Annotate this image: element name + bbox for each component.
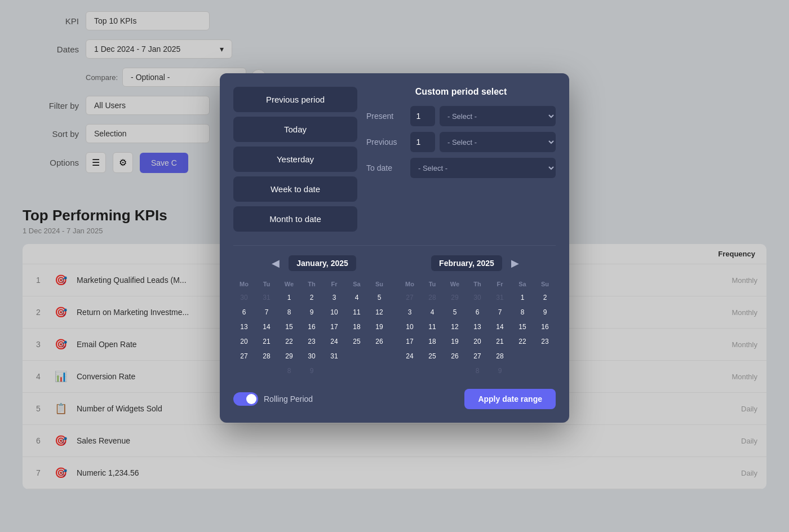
cal-day[interactable]: 9 xyxy=(534,305,556,319)
cal-day[interactable]: 8 xyxy=(512,305,533,319)
cal-day[interactable]: 20 xyxy=(233,335,255,348)
cal-day[interactable]: 6 xyxy=(233,305,255,319)
cal-day[interactable]: 25 xyxy=(346,335,367,348)
cal-day[interactable]: 23 xyxy=(301,335,322,348)
cal-day[interactable]: 14 xyxy=(489,320,511,334)
cal-day[interactable]: 21 xyxy=(489,335,511,348)
cal-day[interactable]: 31 xyxy=(489,291,511,304)
cal-day[interactable]: 3 xyxy=(399,305,420,319)
cal-day[interactable]: 10 xyxy=(399,320,420,334)
cal-day[interactable]: 30 xyxy=(467,291,488,304)
cal-day[interactable]: 3 xyxy=(323,291,345,304)
cal-day[interactable]: 5 xyxy=(444,305,466,319)
cal-day[interactable]: 9 xyxy=(301,305,322,319)
cal-day[interactable]: 2 xyxy=(534,291,556,304)
present-period-select[interactable]: - Select - Day(s) Week(s) Month(s) Year(… xyxy=(440,106,556,126)
cal-day[interactable]: 23 xyxy=(534,335,556,348)
cal-day[interactable]: 27 xyxy=(399,291,420,304)
cal-day[interactable]: 28 xyxy=(422,291,443,304)
preset-previous-period-button[interactable]: Previous period xyxy=(233,87,357,112)
cal-day xyxy=(323,364,345,378)
cal-day[interactable]: 9 xyxy=(489,364,511,378)
cal-day[interactable]: 6 xyxy=(467,305,488,319)
cal-day[interactable]: 30 xyxy=(301,349,322,363)
cal-day[interactable]: 26 xyxy=(444,349,466,363)
preset-week-to-date-button[interactable]: Week to date xyxy=(233,176,357,202)
january-grid: Mo Tu We Th Fr Sa Su 30 31 1 2 3 4 5 6 xyxy=(233,278,390,378)
cal-day[interactable]: 8 xyxy=(278,364,300,378)
cal-day[interactable]: 19 xyxy=(369,320,390,334)
cal-day[interactable]: 17 xyxy=(323,320,345,334)
cal-day[interactable]: 19 xyxy=(444,335,466,348)
cal-day[interactable]: 4 xyxy=(422,305,443,319)
cal-day[interactable]: 5 xyxy=(369,291,390,304)
cal-day[interactable]: 29 xyxy=(444,291,466,304)
cal-day[interactable]: 11 xyxy=(346,305,367,319)
apply-date-range-button[interactable]: Apply date range xyxy=(464,389,556,409)
cal-day[interactable]: 21 xyxy=(256,335,277,348)
preset-yesterday-button[interactable]: Yesterday xyxy=(233,147,357,172)
cal-day[interactable]: 30 xyxy=(233,291,255,304)
present-label: Present xyxy=(366,112,406,121)
preset-month-to-date-button[interactable]: Month to date xyxy=(233,206,357,232)
cal-day[interactable]: 27 xyxy=(233,349,255,363)
cal-day[interactable]: 11 xyxy=(422,320,443,334)
cal-day[interactable]: 16 xyxy=(534,320,556,334)
cal-day xyxy=(233,364,255,378)
cal-day[interactable]: 20 xyxy=(467,335,488,348)
cal-day[interactable]: 27 xyxy=(467,349,488,363)
cal-day[interactable]: 31 xyxy=(323,349,345,363)
cal-day[interactable]: 29 xyxy=(278,349,300,363)
cal-day[interactable]: 24 xyxy=(399,349,420,363)
january-month-label: January, 2025 xyxy=(289,255,356,271)
rolling-period-toggle[interactable] xyxy=(233,392,258,406)
prev-month-button[interactable]: ◀ xyxy=(267,255,284,272)
to-date-label: To date xyxy=(366,163,406,172)
cal-day[interactable]: 24 xyxy=(323,335,345,348)
toggle-knob xyxy=(246,394,256,404)
february-month-label: February, 2025 xyxy=(431,255,502,271)
cal-day[interactable]: 12 xyxy=(444,320,466,334)
cal-day[interactable]: 8 xyxy=(278,305,300,319)
modal-overlay[interactable]: Previous periodTodayYesterdayWeek to dat… xyxy=(0,0,789,532)
cal-day[interactable]: 7 xyxy=(489,305,511,319)
to-date-select[interactable]: - Select - Day Week Month Year xyxy=(410,158,556,178)
january-calendar: ◀ January, 2025 Mo Tu We Th Fr Sa Su 30 … xyxy=(233,255,390,378)
cal-day[interactable]: 15 xyxy=(512,320,533,334)
cal-day[interactable]: 8 xyxy=(467,364,488,378)
cal-day[interactable]: 13 xyxy=(233,320,255,334)
cal-day[interactable]: 12 xyxy=(369,305,390,319)
cal-day[interactable]: 2 xyxy=(301,291,322,304)
cal-day xyxy=(444,364,466,378)
cal-day[interactable]: 14 xyxy=(256,320,277,334)
previous-number-input[interactable] xyxy=(410,132,435,152)
cal-day[interactable]: 28 xyxy=(489,349,511,363)
modal-top-section: Previous periodTodayYesterdayWeek to dat… xyxy=(233,87,556,232)
cal-day[interactable]: 26 xyxy=(369,335,390,348)
cal-day[interactable]: 15 xyxy=(278,320,300,334)
cal-day[interactable]: 25 xyxy=(422,349,443,363)
cal-day[interactable]: 28 xyxy=(256,349,277,363)
previous-period-select[interactable]: - Select - Day(s) Week(s) Month(s) Year(… xyxy=(440,132,556,152)
cal-day[interactable]: 1 xyxy=(512,291,533,304)
cal-day[interactable]: 31 xyxy=(256,291,277,304)
cal-day[interactable]: 18 xyxy=(346,320,367,334)
present-number-input[interactable] xyxy=(410,106,435,126)
cal-day[interactable]: 18 xyxy=(422,335,443,348)
february-header: February, 2025 ▶ xyxy=(399,255,556,272)
cal-day[interactable]: 22 xyxy=(278,335,300,348)
next-month-button[interactable]: ▶ xyxy=(507,255,524,272)
cal-day[interactable]: 7 xyxy=(256,305,277,319)
preset-today-button[interactable]: Today xyxy=(233,117,357,142)
january-header: ◀ January, 2025 xyxy=(233,255,390,272)
to-date-row: To date - Select - Day Week Month Year xyxy=(366,158,556,178)
cal-day[interactable]: 10 xyxy=(323,305,345,319)
cal-day[interactable]: 13 xyxy=(467,320,488,334)
cal-day[interactable]: 17 xyxy=(399,335,420,348)
cal-day[interactable]: 1 xyxy=(278,291,300,304)
cal-day[interactable]: 9 xyxy=(301,364,322,378)
cal-day[interactable]: 22 xyxy=(512,335,533,348)
calendar-section: ◀ January, 2025 Mo Tu We Th Fr Sa Su 30 … xyxy=(233,255,556,378)
cal-day[interactable]: 4 xyxy=(346,291,367,304)
cal-day[interactable]: 16 xyxy=(301,320,322,334)
